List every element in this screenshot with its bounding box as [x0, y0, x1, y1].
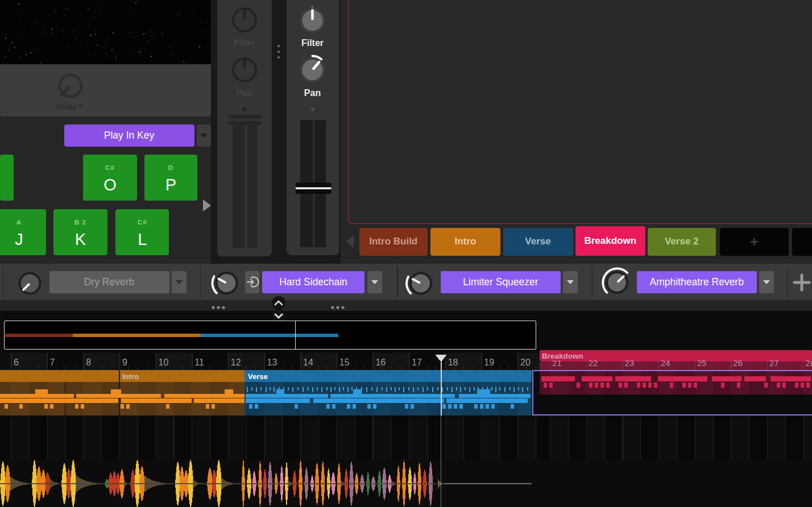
svg-text:Filter: Filter	[301, 38, 324, 48]
svg-text:Intro: Intro	[122, 372, 139, 381]
svg-text:Breakdown: Breakdown	[542, 352, 583, 360]
svg-text:25: 25	[697, 358, 707, 368]
svg-text:Glide: Glide	[56, 102, 77, 111]
svg-text:27: 27	[769, 358, 779, 368]
svg-text:21: 21	[552, 358, 562, 368]
svg-text:28: 28	[806, 358, 812, 368]
svg-text:Filter: Filter	[234, 38, 255, 47]
svg-text:Pan: Pan	[237, 88, 252, 98]
svg-text:24: 24	[661, 358, 670, 368]
svg-text:Pan: Pan	[304, 88, 321, 98]
svg-text:Verse: Verse	[248, 372, 268, 381]
svg-text:23: 23	[624, 358, 634, 368]
svg-text:26: 26	[733, 358, 743, 368]
svg-text:22: 22	[589, 358, 598, 368]
